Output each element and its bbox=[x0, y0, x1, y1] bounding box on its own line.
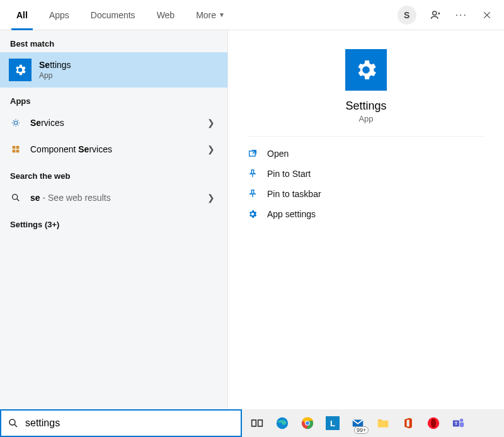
detail-hero: Settings App bbox=[247, 30, 485, 137]
action-label: Pin to Start bbox=[267, 169, 311, 179]
svg-point-16 bbox=[460, 419, 464, 423]
edge-icon[interactable] bbox=[273, 414, 291, 432]
bottom-bar: L T bbox=[0, 409, 504, 437]
search-input[interactable] bbox=[24, 417, 234, 429]
close-icon[interactable] bbox=[481, 9, 493, 21]
search-box[interactable] bbox=[0, 409, 242, 437]
svg-point-4 bbox=[9, 419, 15, 425]
result-subtitle: App bbox=[39, 71, 71, 80]
action-label: App settings bbox=[267, 209, 316, 219]
gear-icon bbox=[345, 49, 387, 91]
chevron-right-icon: ❯ bbox=[207, 193, 219, 203]
action-app-settings[interactable]: App settings bbox=[247, 208, 485, 220]
result-title: Services bbox=[30, 118, 64, 128]
gear-icon bbox=[247, 208, 258, 220]
detail-actions: Open Pin to Start Pin to taskbar App set… bbox=[228, 137, 504, 231]
svg-rect-11 bbox=[378, 421, 389, 428]
rewards-icon[interactable] bbox=[430, 9, 442, 21]
action-open[interactable]: Open bbox=[247, 148, 485, 159]
action-pin-start[interactable]: Pin to Start bbox=[247, 168, 485, 179]
result-title: Component Services bbox=[30, 144, 112, 154]
more-options-icon[interactable]: ··· bbox=[455, 9, 467, 21]
result-component-services[interactable]: Component Services ❯ bbox=[0, 136, 227, 162]
tabs-right-controls: S ··· bbox=[398, 6, 493, 25]
search-icon bbox=[9, 191, 23, 205]
taskbar: L T bbox=[242, 409, 504, 437]
svg-rect-5 bbox=[252, 420, 256, 426]
svg-point-0 bbox=[432, 11, 436, 15]
tab-more[interactable]: More ▼ bbox=[191, 0, 230, 30]
result-services[interactable]: Services ❯ bbox=[0, 110, 227, 136]
component-services-icon bbox=[9, 142, 23, 156]
tab-more-label: More bbox=[196, 10, 216, 20]
pin-icon bbox=[247, 188, 258, 200]
action-pin-taskbar[interactable]: Pin to taskbar bbox=[247, 188, 485, 200]
office-icon[interactable] bbox=[399, 414, 417, 432]
taskbar-app-l-icon[interactable]: L bbox=[324, 414, 341, 432]
detail-panel: Settings App Open Pin to Start Pin to bbox=[228, 30, 504, 409]
section-settings-more[interactable]: Settings (3+) bbox=[0, 211, 227, 238]
result-settings-app[interactable]: Settings App bbox=[0, 52, 227, 88]
tab-web[interactable]: Web bbox=[152, 0, 180, 30]
action-label: Pin to taskbar bbox=[267, 189, 321, 199]
search-tabs: All Apps Documents Web More ▼ S ··· bbox=[0, 0, 504, 30]
svg-point-13 bbox=[431, 419, 436, 428]
user-avatar[interactable]: S bbox=[398, 6, 416, 25]
teams-icon[interactable]: T bbox=[450, 414, 467, 432]
section-web: Search the web bbox=[0, 162, 227, 184]
chrome-icon[interactable] bbox=[299, 414, 316, 432]
task-view-icon[interactable] bbox=[248, 414, 266, 432]
svg-point-2 bbox=[13, 195, 18, 200]
result-text: Settings App bbox=[39, 60, 71, 80]
gear-icon bbox=[9, 59, 32, 81]
tab-all[interactable]: All bbox=[11, 0, 33, 30]
results-panel: Best match Settings App Apps Services ❯ bbox=[0, 30, 228, 409]
mail-icon[interactable] bbox=[349, 414, 367, 432]
action-label: Open bbox=[267, 149, 289, 159]
detail-subtitle: App bbox=[358, 114, 373, 123]
chevron-down-icon: ▼ bbox=[219, 11, 225, 18]
search-icon bbox=[8, 417, 19, 429]
chevron-right-icon: ❯ bbox=[207, 118, 219, 128]
tab-apps[interactable]: Apps bbox=[44, 0, 74, 30]
pin-icon bbox=[247, 168, 258, 179]
result-title: se - See web results bbox=[30, 193, 111, 203]
result-title: Settings bbox=[39, 60, 71, 70]
svg-point-1 bbox=[14, 121, 17, 124]
section-apps: Apps bbox=[0, 88, 227, 110]
opera-icon[interactable] bbox=[425, 414, 442, 432]
svg-text:T: T bbox=[455, 421, 458, 426]
services-icon bbox=[9, 116, 23, 130]
detail-title: Settings bbox=[345, 99, 386, 113]
result-web-search[interactable]: se - See web results ❯ bbox=[0, 184, 227, 211]
open-icon bbox=[247, 148, 258, 159]
file-explorer-icon[interactable] bbox=[374, 414, 392, 432]
tab-documents[interactable]: Documents bbox=[86, 0, 140, 30]
section-best-match: Best match bbox=[0, 30, 227, 52]
chevron-right-icon: ❯ bbox=[207, 144, 219, 154]
svg-rect-6 bbox=[258, 420, 263, 426]
svg-point-10 bbox=[306, 421, 309, 425]
